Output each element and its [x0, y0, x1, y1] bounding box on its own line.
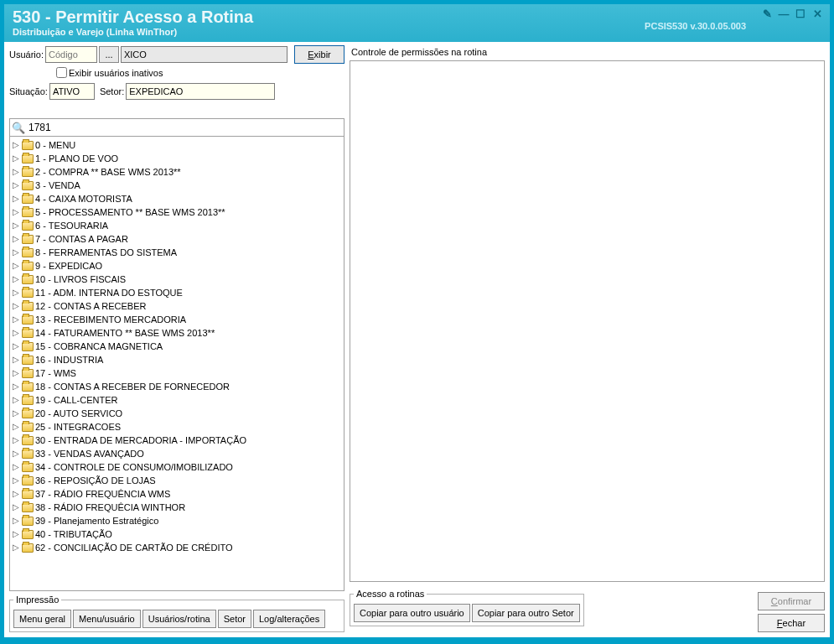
user-lookup-button[interactable]: ...: [99, 46, 119, 63]
exibir-button[interactable]: Exibir: [294, 45, 344, 64]
tree-item[interactable]: ▷11 - ADM. INTERNA DO ESTOQUE: [12, 286, 344, 299]
confirm-button[interactable]: Confirmar: [758, 592, 825, 610]
expand-icon[interactable]: ▷: [12, 179, 20, 192]
close-rest: echar: [783, 618, 806, 628]
user-code-input[interactable]: [45, 46, 97, 63]
expand-icon[interactable]: ▷: [12, 514, 20, 527]
expand-icon[interactable]: ▷: [12, 447, 20, 460]
expand-icon[interactable]: ▷: [12, 407, 20, 420]
inactive-users-checkbox[interactable]: [56, 67, 67, 78]
close-icon[interactable]: ✕: [811, 9, 823, 21]
folder-icon: [22, 329, 34, 338]
expand-icon[interactable]: ▷: [12, 434, 20, 447]
expand-icon[interactable]: ▷: [12, 273, 20, 286]
expand-icon[interactable]: ▷: [12, 340, 20, 353]
access-copiar-para-outro-setor-button[interactable]: Copiar para outro Setor: [472, 604, 580, 622]
tree-item[interactable]: ▷10 - LIVROS FISCAIS: [12, 273, 344, 286]
tree-item[interactable]: ▷25 - INTEGRACOES: [12, 420, 344, 434]
expand-icon[interactable]: ▷: [12, 259, 20, 273]
expand-icon[interactable]: ▷: [12, 192, 20, 205]
tree-item-label: 12 - CONTAS A RECEBER: [35, 299, 146, 313]
folder-icon: [22, 449, 34, 459]
tree-item-label: 7 - CONTAS A PAGAR: [35, 232, 128, 246]
tree-item-label: 6 - TESOURARIA: [35, 219, 108, 232]
tree-item[interactable]: ▷5 - PROCESSAMENTO ** BASE WMS 2013**: [12, 205, 344, 219]
expand-icon[interactable]: ▷: [12, 380, 20, 393]
print-setor-button[interactable]: Setor: [218, 610, 251, 628]
folder-icon: [22, 342, 34, 351]
tree-item[interactable]: ▷15 - COBRANCA MAGNETICA: [12, 340, 344, 353]
tree-item[interactable]: ▷1 - PLANO DE VOO: [12, 152, 344, 165]
maximize-icon[interactable]: ☐: [795, 9, 806, 21]
tree-item[interactable]: ▷40 - TRIBUTAÇÃO: [12, 527, 344, 541]
expand-icon[interactable]: ▷: [12, 353, 20, 366]
expand-icon[interactable]: ▷: [12, 460, 20, 474]
tree-item-label: 13 - RECEBIMENTO MERCADORIA: [35, 313, 186, 326]
print-menu-geral-button[interactable]: Menu geral: [13, 610, 71, 628]
expand-icon[interactable]: ▷: [12, 299, 20, 313]
tree-item[interactable]: ▷36 - REPOSIÇÃO DE LOJAS: [12, 474, 344, 487]
tree-item[interactable]: ▷8 - FERRAMENTAS DO SISTEMA: [12, 246, 344, 259]
tree-item[interactable]: ▷39 - Planejamento Estratégico: [12, 514, 344, 527]
user-name-input[interactable]: [121, 46, 287, 63]
inactive-users-label: Exibir usuários inativos: [69, 68, 163, 78]
situacao-label: Situação:: [9, 86, 48, 96]
edit-icon[interactable]: ✎: [761, 9, 773, 21]
tree-item-label: 33 - VENDAS AVANÇADO: [35, 447, 144, 460]
expand-icon[interactable]: ▷: [12, 286, 20, 299]
minimize-icon[interactable]: —: [778, 9, 790, 21]
expand-icon[interactable]: ▷: [12, 232, 20, 246]
tree-item[interactable]: ▷14 - FATURAMENTO ** BASE WMS 2013**: [12, 326, 344, 340]
expand-icon[interactable]: ▷: [12, 501, 20, 514]
print-log-altera-es-button[interactable]: Log/alterações: [253, 610, 325, 628]
routine-tree[interactable]: ▷0 - MENU▷1 - PLANO DE VOO▷2 - COMPRA **…: [9, 137, 344, 591]
expand-icon[interactable]: ▷: [12, 165, 20, 179]
tree-item[interactable]: ▷7 - CONTAS A PAGAR: [12, 232, 344, 246]
tree-item[interactable]: ▷3 - VENDA: [12, 179, 344, 192]
tree-item[interactable]: ▷0 - MENU: [12, 138, 344, 152]
tree-item[interactable]: ▷20 - AUTO SERVICO: [12, 407, 344, 420]
tree-item[interactable]: ▷30 - ENTRADA DE MERCADORIA - IMPORTAÇÃO: [12, 434, 344, 447]
expand-icon[interactable]: ▷: [12, 393, 20, 407]
expand-icon[interactable]: ▷: [12, 219, 20, 232]
tree-item[interactable]: ▷19 - CALL-CENTER: [12, 393, 344, 407]
expand-icon[interactable]: ▷: [12, 527, 20, 541]
tree-item[interactable]: ▷37 - RÁDIO FREQUÊNCIA WMS: [12, 487, 344, 501]
tree-item[interactable]: ▷6 - TESOURARIA: [12, 219, 344, 232]
expand-icon[interactable]: ▷: [12, 326, 20, 340]
tree-item-label: 38 - RÁDIO FREQUÊCIA WINTHOR: [35, 501, 185, 514]
expand-icon[interactable]: ▷: [12, 420, 20, 434]
tree-item[interactable]: ▷33 - VENDAS AVANÇADO: [12, 447, 344, 460]
folder-icon: [22, 382, 34, 392]
tree-item[interactable]: ▷2 - COMPRA ** BASE WMS 2013**: [12, 165, 344, 179]
tree-item[interactable]: ▷62 - CONCILIAÇÃO DE CARTÃO DE CRÉDITO: [12, 541, 344, 554]
folder-icon: [22, 315, 34, 325]
expand-icon[interactable]: ▷: [12, 246, 20, 259]
expand-icon[interactable]: ▷: [12, 541, 20, 554]
tree-item[interactable]: ▷4 - CAIXA MOTORISTA: [12, 192, 344, 205]
expand-icon[interactable]: ▷: [12, 487, 20, 501]
expand-icon[interactable]: ▷: [12, 138, 20, 152]
tree-item[interactable]: ▷38 - RÁDIO FREQUÊCIA WINTHOR: [12, 501, 344, 514]
setor-input[interactable]: [126, 83, 275, 100]
tree-item[interactable]: ▷18 - CONTAS A RECEBER DE FORNECEDOR: [12, 380, 344, 393]
expand-icon[interactable]: ▷: [12, 152, 20, 165]
expand-icon[interactable]: ▷: [12, 205, 20, 219]
tree-item-label: 18 - CONTAS A RECEBER DE FORNECEDOR: [35, 380, 230, 393]
tree-item[interactable]: ▷9 - EXPEDICAO: [12, 259, 344, 273]
expand-icon[interactable]: ▷: [12, 366, 20, 380]
tree-item[interactable]: ▷16 - INDUSTRIA: [12, 353, 344, 366]
print-menu-usu-rio-button[interactable]: Menu/usuário: [73, 610, 141, 628]
tree-item[interactable]: ▷34 - CONTROLE DE CONSUMO/IMOBILIZADO: [12, 460, 344, 474]
situacao-input[interactable]: [49, 83, 95, 100]
tree-item[interactable]: ▷17 - WMS: [12, 366, 344, 380]
tree-item[interactable]: ▷12 - CONTAS A RECEBER: [12, 299, 344, 313]
access-copiar-para-outro-usu-rio-button[interactable]: Copiar para outro usuário: [354, 604, 470, 622]
print-usu-rios-rotina-button[interactable]: Usuários/rotina: [142, 610, 216, 628]
expand-icon[interactable]: ▷: [12, 474, 20, 487]
close-button[interactable]: Fechar: [758, 614, 825, 632]
expand-icon[interactable]: ▷: [12, 313, 20, 326]
search-input[interactable]: [27, 120, 344, 135]
exibir-label: xibir: [314, 49, 331, 60]
tree-item[interactable]: ▷13 - RECEBIMENTO MERCADORIA: [12, 313, 344, 326]
